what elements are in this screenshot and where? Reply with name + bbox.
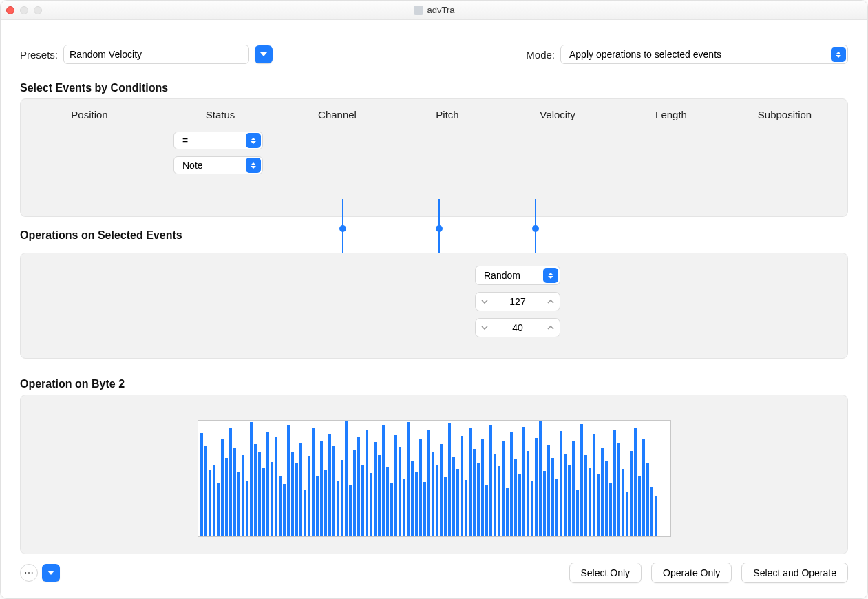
chart-bar	[324, 470, 327, 536]
chart-bar	[349, 485, 352, 536]
chart-bar	[213, 465, 215, 536]
mode-label: Mode:	[526, 49, 555, 61]
chart-bar	[589, 468, 591, 536]
chart-bar	[308, 456, 310, 536]
chart-bar	[399, 447, 401, 536]
chart-bar	[444, 477, 447, 536]
content-area: Presets: Random Velocity Mode: Apply ope…	[1, 20, 867, 554]
chart-bar	[440, 444, 443, 536]
chart-bar	[564, 454, 567, 536]
chart-bar	[403, 479, 405, 536]
chart-bar	[547, 445, 550, 536]
status-operator-select[interactable]: =	[173, 132, 263, 149]
chart-bar	[514, 459, 517, 536]
chart-bar	[436, 465, 438, 536]
col-subposition: Subposition	[730, 105, 840, 125]
chart-bar	[535, 438, 538, 536]
chart-bar	[518, 474, 521, 536]
up-down-caret-icon	[246, 133, 261, 148]
chart-bar	[200, 433, 203, 536]
chevron-up-icon[interactable]	[542, 297, 560, 306]
chevron-up-icon[interactable]	[542, 324, 560, 332]
chart-bar	[494, 454, 496, 536]
chart-bar	[279, 476, 282, 536]
chart-bar	[469, 428, 472, 536]
close-window-button[interactable]	[6, 6, 14, 14]
chart-bar	[489, 425, 492, 536]
chart-bar	[353, 450, 356, 536]
chart-bar	[299, 443, 302, 536]
chart-bar	[204, 446, 207, 536]
byte2-section-title: Operation on Byte 2	[20, 378, 848, 390]
chevron-down-icon[interactable]	[476, 297, 494, 306]
mode-cluster: Mode: Apply operations to selected event…	[526, 45, 848, 64]
presets-cluster: Presets: Random Velocity	[20, 45, 273, 64]
footer-menu-button[interactable]	[42, 564, 60, 582]
column-splitter-handle[interactable]	[342, 199, 343, 258]
chart-bar	[254, 444, 257, 536]
operations-section-title: Operations on Selected Events	[20, 229, 182, 242]
preset-menu-button[interactable]	[255, 45, 273, 63]
select-and-operate-label: Select and Operate	[753, 567, 836, 578]
chart-bar	[576, 490, 579, 536]
chart-bar	[572, 441, 575, 536]
footer-toolbar: ⋯ Select Only Operate Only Select and Op…	[1, 550, 867, 598]
velocity-mode-value: Random	[481, 270, 523, 281]
preset-name-field[interactable]: Random Velocity	[63, 45, 249, 64]
chart-bar	[370, 473, 372, 536]
chart-bar	[432, 452, 434, 536]
chevron-down-icon[interactable]	[476, 324, 494, 332]
zoom-window-button[interactable]	[34, 6, 42, 14]
chart-bar	[427, 430, 430, 536]
chart-bar	[382, 425, 385, 536]
chart-bar	[634, 428, 637, 536]
split-divider-row: Operations on Selected Events	[20, 217, 848, 253]
chart-bar	[597, 474, 600, 536]
chart-bar	[366, 430, 368, 536]
chart-bar	[258, 452, 261, 536]
chart-bar	[246, 481, 248, 536]
col-pitch: Pitch	[392, 105, 502, 125]
chart-bar	[209, 470, 211, 536]
chart-bar	[357, 437, 360, 536]
minimize-window-button[interactable]	[20, 6, 28, 14]
more-options-button[interactable]: ⋯	[20, 564, 38, 582]
footer-right-group: Select Only Operate Only Select and Oper…	[569, 563, 849, 583]
byte2-chart[interactable]	[198, 420, 671, 537]
up-down-caret-icon	[246, 158, 261, 173]
chart-bar	[407, 422, 410, 536]
chart-bar	[461, 436, 463, 536]
status-operator-value: =	[180, 135, 191, 146]
byte2-panel	[20, 395, 848, 554]
chart-bar	[394, 435, 397, 536]
chart-bar	[580, 424, 583, 536]
velocity-max-stepper[interactable]: 127	[475, 292, 560, 311]
select-and-operate-button[interactable]: Select and Operate	[741, 563, 848, 583]
chart-bar	[568, 465, 571, 536]
chart-bar	[655, 496, 657, 536]
mode-select[interactable]: Apply operations to selected events	[560, 45, 848, 64]
ellipsis-icon: ⋯	[24, 567, 34, 578]
chart-bar	[539, 421, 542, 536]
chart-bar	[291, 452, 294, 536]
chart-bar	[423, 482, 426, 536]
column-splitter-handle[interactable]	[535, 199, 536, 258]
select-only-button[interactable]: Select Only	[569, 563, 642, 583]
chart-bar	[378, 455, 381, 536]
velocity-min-stepper[interactable]: 40	[475, 318, 560, 337]
velocity-mode-select[interactable]: Random	[475, 266, 560, 285]
chart-bar	[485, 485, 488, 536]
chart-bar	[332, 446, 335, 536]
chart-bar	[531, 481, 533, 536]
chart-bar	[304, 490, 306, 536]
chart-bar	[295, 463, 298, 536]
titlebar: advTra	[1, 1, 867, 20]
col-length: Length	[613, 105, 730, 125]
chart-bar	[560, 431, 562, 536]
column-splitter-handle[interactable]	[438, 199, 440, 258]
velocity-operation-group: Random 127 40	[475, 266, 560, 337]
chart-bar	[233, 448, 236, 536]
chart-bar	[481, 439, 484, 536]
status-type-select[interactable]: Note	[173, 156, 263, 174]
operate-only-button[interactable]: Operate Only	[651, 563, 732, 583]
